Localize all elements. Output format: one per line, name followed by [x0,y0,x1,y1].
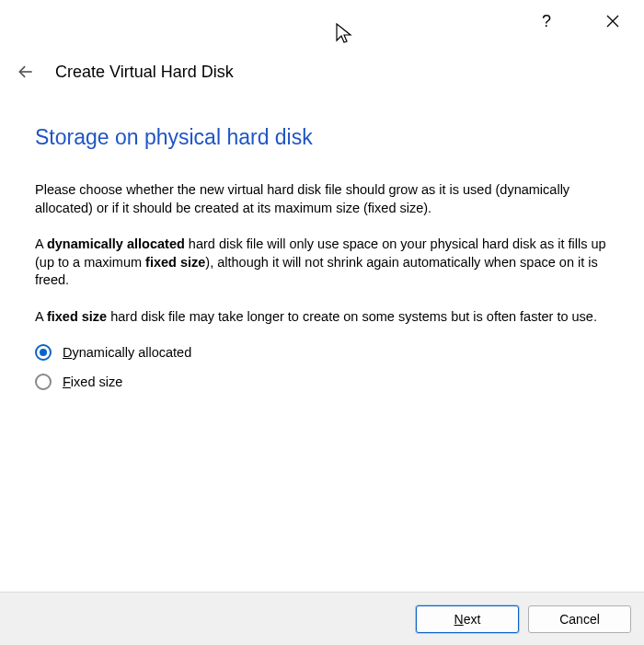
cancel-button[interactable]: Cancel [528,605,631,633]
radio-indicator [35,374,52,390]
radio-option-fixed[interactable]: Fixed size [35,374,607,390]
radio-label: Dynamically allocated [63,345,191,360]
next-button[interactable]: Next [416,605,519,633]
radio-indicator [35,344,52,361]
back-button[interactable] [13,59,39,85]
wizard-footer: Next Cancel [0,592,644,645]
help-button[interactable]: ? [526,7,567,35]
dynamic-explain-paragraph: A dynamically allocated hard disk file w… [35,236,607,290]
wizard-title: Create Virtual Hard Disk [55,63,234,82]
close-button[interactable] [592,7,633,35]
radio-option-dynamic[interactable]: Dynamically allocated [35,344,607,361]
radio-label: Fixed size [63,374,122,389]
page-heading: Storage on physical hard disk [35,125,607,150]
close-icon [606,15,619,28]
titlebar: ? [0,0,644,42]
storage-type-radio-group: Dynamically allocated Fixed size [35,344,607,390]
wizard-header: Create Virtual Hard Disk [0,42,644,101]
intro-paragraph: Please choose whether the new virtual ha… [35,181,607,217]
arrow-left-icon [17,63,35,81]
wizard-content: Storage on physical hard disk Please cho… [0,101,644,390]
fixed-explain-paragraph: A fixed size hard disk file may take lon… [35,308,607,327]
help-icon: ? [542,12,551,31]
